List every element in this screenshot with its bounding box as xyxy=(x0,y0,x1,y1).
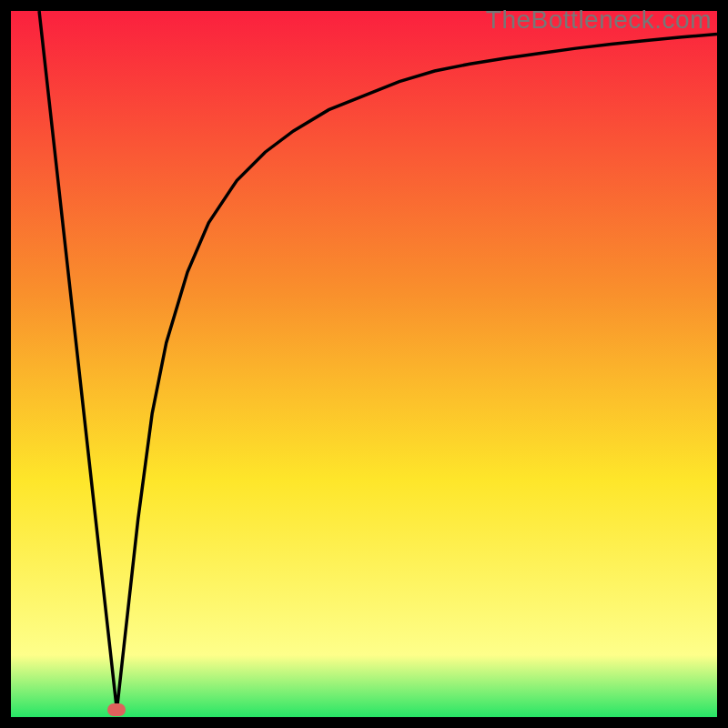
curve-path xyxy=(39,11,717,710)
optimum-marker xyxy=(107,703,126,716)
chart-container: TheBottleneck.com xyxy=(0,0,728,728)
bottleneck-curve xyxy=(11,11,717,717)
watermark-text: TheBottleneck.com xyxy=(486,5,712,35)
